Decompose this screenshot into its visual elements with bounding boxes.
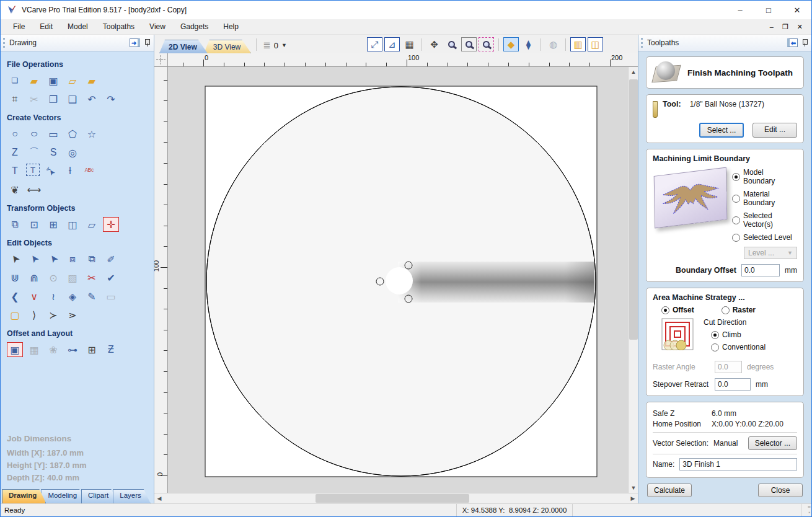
offset-strategy-radio[interactable]: Offset bbox=[661, 306, 694, 314]
climb-radio[interactable]: Climb bbox=[711, 330, 766, 339]
edit-text-icon[interactable]: ➤ᴬ bbox=[40, 160, 62, 182]
align-centre-icon[interactable]: ⊞ bbox=[45, 217, 61, 232]
draw-rectangle-icon[interactable]: ▭ bbox=[45, 126, 61, 141]
close-panel-button[interactable]: Close bbox=[758, 484, 803, 497]
fit-to-window-icon[interactable]: ⤢ bbox=[367, 37, 382, 51]
dock-arrow-icon[interactable]: ⬅ bbox=[787, 38, 798, 47]
resize-grip[interactable]: ▪▪ ▪ bbox=[801, 504, 811, 516]
draw-text-icon[interactable]: T bbox=[7, 164, 23, 179]
toolpath-name-input[interactable]: 3D Finish 1 bbox=[679, 458, 797, 471]
mdi-restore-button[interactable]: ❐ bbox=[782, 23, 788, 31]
tool-select-button[interactable]: Select ... bbox=[699, 123, 744, 138]
alignment-tools-icon[interactable]: ✛ bbox=[103, 217, 119, 232]
selected-level-radio[interactable]: Selected Level bbox=[732, 233, 797, 242]
selector-button[interactable]: Selector ... bbox=[748, 436, 797, 450]
menu-model[interactable]: Model bbox=[61, 20, 94, 33]
fit-curve-icon[interactable]: ≀ bbox=[45, 289, 61, 304]
stepover-retract-input[interactable]: 0.0 bbox=[715, 378, 751, 391]
conventional-radio[interactable]: Conventional bbox=[711, 343, 766, 351]
scroll-down-icon[interactable]: ▼ bbox=[629, 483, 638, 493]
menu-toolpaths[interactable]: Toolpaths bbox=[97, 20, 141, 33]
pan-icon[interactable]: ✥ bbox=[426, 37, 442, 51]
panel-grip[interactable] bbox=[641, 38, 643, 48]
set-size-icon[interactable]: ⊡ bbox=[26, 217, 42, 232]
scroll-right-icon[interactable]: ▶ bbox=[628, 493, 638, 503]
dock-arrow-icon[interactable]: ➜ bbox=[130, 38, 140, 47]
draw-star-icon[interactable]: ☆ bbox=[84, 126, 100, 141]
scroll-left-icon[interactable]: ◀ bbox=[154, 493, 164, 503]
model-boundary-radio[interactable]: Model Boundary bbox=[732, 168, 797, 185]
distort-icon[interactable]: ▱ bbox=[84, 217, 100, 232]
node-edit-cursor-icon[interactable]: ➤ bbox=[24, 248, 45, 270]
group-icon[interactable]: ⧈ bbox=[64, 252, 81, 267]
draw-polygon-icon[interactable]: ⬠ bbox=[64, 126, 81, 141]
ungroup-icon[interactable]: ⧉ bbox=[84, 252, 100, 267]
redo-icon[interactable]: ↷ bbox=[103, 92, 119, 107]
zoom-interactive-icon[interactable] bbox=[444, 37, 459, 51]
panel-grip[interactable] bbox=[3, 38, 6, 48]
zoom-to-drawing-icon[interactable]: ⊿ bbox=[384, 37, 400, 51]
pin-icon[interactable] bbox=[144, 38, 150, 47]
trace-bitmap-icon[interactable]: ▢ bbox=[7, 307, 23, 322]
zoom-box-icon[interactable] bbox=[461, 37, 477, 51]
drawing-canvas[interactable] bbox=[168, 67, 628, 493]
toolpath-drawing-icon[interactable]: ⧫ bbox=[521, 37, 536, 51]
horizontal-scroll-thumb[interactable] bbox=[316, 494, 469, 503]
boundary-offset-input[interactable]: 0.0 bbox=[741, 264, 780, 276]
vertical-scrollbar[interactable]: ▲ ▼ bbox=[628, 67, 638, 493]
zoom-selected-icon[interactable] bbox=[479, 37, 494, 51]
minimize-button[interactable]: – bbox=[726, 1, 754, 19]
vertical-scroll-thumb[interactable] bbox=[629, 79, 638, 340]
tab-layers[interactable]: Layers bbox=[113, 489, 151, 503]
letter-spacing-icon[interactable]: Ɨ bbox=[62, 164, 78, 179]
menu-help[interactable]: Help bbox=[217, 20, 245, 33]
cut-icon[interactable]: ✂ bbox=[26, 92, 42, 107]
clipart-bird-icon[interactable]: ❦ bbox=[7, 182, 23, 197]
open-file-icon[interactable]: ▰ bbox=[26, 73, 42, 88]
crop-bitmap-icon[interactable]: ▭ bbox=[103, 289, 119, 304]
undo-icon[interactable]: ↶ bbox=[84, 92, 100, 107]
offset-vectors-icon[interactable]: ▣ bbox=[7, 342, 23, 357]
menu-edit[interactable]: Edit bbox=[33, 20, 59, 33]
layout-toolpath-tab-icon[interactable]: ▥ bbox=[570, 37, 586, 51]
draw-curve-icon[interactable]: S bbox=[45, 145, 61, 160]
join-vectors-move-icon[interactable]: ⟩ bbox=[26, 307, 42, 322]
transform-cursor-icon[interactable]: ➤ bbox=[43, 248, 64, 270]
draw-arc-icon[interactable]: ⌒ bbox=[26, 145, 42, 160]
draw-vector-texture-icon[interactable]: ◎ bbox=[64, 145, 81, 160]
select-cursor-icon[interactable]: ➤ bbox=[4, 248, 26, 270]
layout-side-by-side-icon[interactable]: ◫ bbox=[588, 37, 603, 51]
import-bitmap-icon[interactable]: ▰ bbox=[84, 73, 100, 88]
import-vectors-icon[interactable]: ▱ bbox=[64, 73, 81, 88]
material-boundary-radio[interactable]: Material Boundary bbox=[732, 190, 797, 207]
draw-ellipse-icon[interactable]: ○ bbox=[23, 126, 45, 141]
maximize-button[interactable]: □ bbox=[754, 1, 783, 19]
dimensions-icon[interactable]: ⟷ bbox=[26, 182, 42, 197]
level-dropdown[interactable]: Level ... ▼ bbox=[744, 247, 797, 259]
join-vectors-line-icon[interactable]: ≻ bbox=[45, 307, 61, 322]
toggle-grid-icon[interactable]: ▦ bbox=[402, 37, 417, 51]
copy-icon[interactable]: ❐ bbox=[45, 92, 61, 107]
menu-view[interactable]: View bbox=[143, 20, 172, 33]
fit-vectors-icon[interactable]: ∨ bbox=[26, 289, 42, 304]
tab-3d-view[interactable]: 3D View bbox=[204, 40, 251, 53]
copy-along-vectors-icon[interactable]: ⊶ bbox=[64, 342, 81, 357]
mirror-icon[interactable]: ◫ bbox=[64, 217, 81, 232]
calculate-button[interactable]: Calculate bbox=[647, 484, 692, 497]
move-selection-icon[interactable]: ⧉ bbox=[7, 217, 23, 232]
tab-clipart[interactable]: Clipart bbox=[81, 489, 118, 503]
toggle-2d-toolpaths-icon[interactable]: ◆ bbox=[503, 37, 519, 51]
menu-file[interactable]: File bbox=[7, 20, 31, 33]
edit-picture-icon[interactable]: ✎ bbox=[84, 289, 100, 304]
array-copy-icon[interactable]: ▦ bbox=[26, 342, 42, 357]
subtract-vectors-icon[interactable]: ⋒ bbox=[26, 270, 42, 285]
save-file-icon[interactable]: ▣ bbox=[45, 73, 61, 88]
draw-circle-icon[interactable]: ○ bbox=[7, 126, 23, 141]
join-vectors-curve-icon[interactable]: ⋗ bbox=[64, 307, 81, 322]
menu-gadgets[interactable]: Gadgets bbox=[174, 20, 214, 33]
preview-toolpaths-icon[interactable]: ◍ bbox=[545, 37, 561, 51]
tab-2d-view[interactable]: 2D View bbox=[159, 40, 208, 53]
draw-text-box-icon[interactable]: T bbox=[26, 164, 40, 176]
scroll-up-icon[interactable]: ▲ bbox=[629, 67, 638, 77]
new-file-icon[interactable]: ❏ bbox=[7, 73, 23, 88]
